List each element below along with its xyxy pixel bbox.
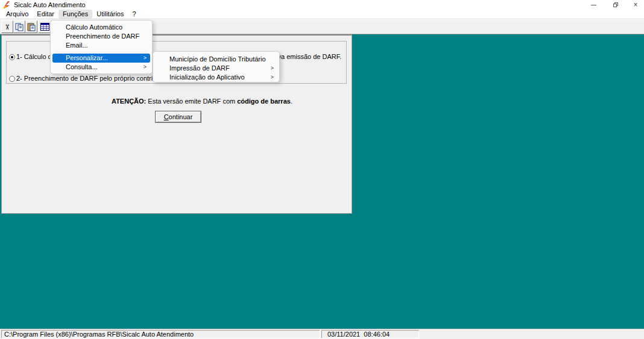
statusbar-path-panel: C:\Program Files (x86)\Programas RFB\Sic… (1, 330, 320, 338)
submenu-item-inicializacao[interactable]: Inicialização do Aplicativo > (153, 73, 279, 82)
menu-item-preenchimento-darf[interactable]: Preenchimento de DARF (51, 32, 152, 41)
calc-table-icon (40, 23, 49, 31)
statusbar-path: C:\Program Files (x86)\Programas RFB\Sic… (4, 331, 194, 338)
radio-option-2[interactable] (9, 76, 15, 82)
restore-button[interactable] (605, 0, 627, 10)
close-button[interactable]: × (627, 0, 644, 10)
menu-arquivo[interactable]: Arquivo (2, 10, 33, 19)
menu-item-consulta[interactable]: Consulta... > (51, 63, 152, 72)
menu-item-personalizar[interactable]: Personalizar... > (52, 54, 150, 63)
statusbar: C:\Program Files (x86)\Programas RFB\Sic… (0, 329, 644, 339)
minimize-button[interactable] (582, 0, 604, 10)
submenu-arrow-icon: > (144, 54, 147, 63)
cut-icon: ✂ (4, 23, 11, 30)
continue-rest: ontinuar (169, 113, 193, 120)
personalizar-submenu: Município de Domicílio Tributário Impres… (153, 51, 280, 82)
restore-icon (613, 2, 618, 7)
radio-option-1[interactable] (9, 54, 15, 60)
menu-item-calculo-automatico[interactable]: Cálculo Automático (51, 23, 152, 32)
submenu-item-impressao-darf[interactable]: Impressão de DARF > (153, 64, 279, 73)
attention-suffix: . (291, 98, 292, 105)
attention-middle: Esta versão emite DARF com (146, 98, 237, 105)
app-icon (3, 1, 10, 8)
paste-button[interactable] (25, 20, 37, 33)
continue-button[interactable]: Continuar (155, 111, 201, 123)
submenu-arrow-icon: > (144, 63, 147, 72)
attention-bold: código de barras (237, 98, 291, 105)
close-icon: × (633, 1, 637, 9)
paste-icon (27, 23, 36, 31)
calc-button[interactable] (38, 20, 51, 33)
menu-utilitarios[interactable]: Utilitários (92, 10, 128, 19)
titlebar: Sicalc Auto Atendimento × (0, 0, 644, 10)
menubar: Arquivo Editar Funções Utilitários ? (0, 10, 644, 19)
menu-editar[interactable]: Editar (33, 10, 58, 19)
funcoes-dropdown-menu: Cálculo Automático Preenchimento de DARF… (50, 20, 153, 74)
statusbar-datetime-panel: 03/11/2021 08:46:04 (321, 330, 419, 338)
option-1-label-right: tiva emissão de DARF. (274, 53, 341, 60)
minimize-icon (591, 5, 596, 5)
statusbar-datetime: 03/11/2021 08:46:04 (327, 331, 390, 338)
submenu-arrow-icon: > (271, 64, 274, 73)
window-title: Sicalc Auto Atendimento (14, 1, 86, 8)
menu-funcoes[interactable]: Funções (58, 10, 92, 19)
menu-item-email[interactable]: Email... (51, 41, 152, 50)
attention-prefix: ATENÇÃO: (112, 98, 146, 105)
cut-button[interactable]: ✂ (1, 20, 13, 33)
menu-help[interactable]: ? (128, 10, 140, 19)
continue-accel: C (164, 113, 169, 120)
submenu-arrow-icon: > (271, 73, 274, 82)
submenu-item-municipio[interactable]: Município de Domicílio Tributário (153, 55, 279, 64)
copy-button[interactable] (13, 20, 25, 33)
attention-message: ATENÇÃO: Esta versão emite DARF com códi… (112, 98, 292, 105)
radio-selected-dot (11, 56, 13, 58)
copy-icon (15, 23, 24, 31)
